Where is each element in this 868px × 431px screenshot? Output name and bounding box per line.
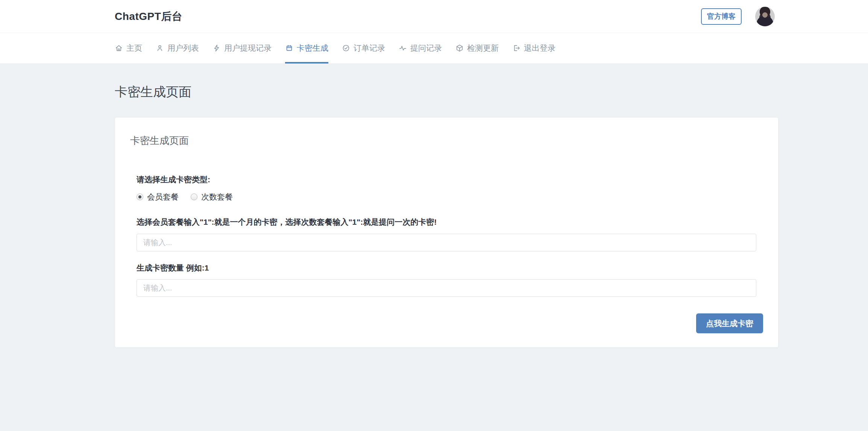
pulse-icon	[399, 44, 407, 52]
lightning-icon	[212, 44, 221, 52]
nav-item-label: 主页	[126, 43, 142, 53]
nav-item-user-list[interactable]: 用户列表	[156, 33, 199, 64]
page-content: 卡密生成页面 卡密生成页面 请选择生成卡密类型: 会员套餐 次数套餐 选择会员套…	[0, 64, 868, 348]
home-icon	[115, 44, 123, 52]
nav-item-label: 检测更新	[467, 43, 499, 53]
user-icon	[156, 44, 164, 52]
nav-item-home[interactable]: 主页	[115, 33, 142, 64]
card-type-label: 请选择生成卡密类型:	[137, 174, 756, 185]
card-generate-panel: 卡密生成页面 请选择生成卡密类型: 会员套餐 次数套餐 选择会员套餐输入"1":…	[115, 117, 778, 348]
nav-item-label: 退出登录	[524, 43, 555, 53]
radio-option-count-package[interactable]: 次数套餐	[191, 192, 233, 202]
radio-option-member-package[interactable]: 会员套餐	[137, 192, 179, 202]
nav-item-label: 用户列表	[167, 43, 199, 53]
nav-item-label: 卡密生成	[297, 43, 328, 53]
logout-icon	[512, 44, 520, 52]
calendar-icon	[285, 44, 293, 52]
radio-member-dot[interactable]	[137, 194, 143, 200]
app-title: ChatGPT后台	[115, 9, 701, 24]
avatar[interactable]	[755, 7, 775, 26]
card-heading: 卡密生成页面	[130, 134, 756, 147]
check-circle-icon	[342, 44, 350, 52]
radio-count-dot[interactable]	[191, 194, 197, 200]
card-count-input[interactable]	[137, 279, 756, 297]
page-title: 卡密生成页面	[115, 83, 868, 101]
nav-item-label: 用户提现记录	[224, 43, 272, 53]
main-nav: 主页 用户列表 用户提现记录 卡密生成 订单记录 提问记录 检测更新 退出登录	[0, 33, 868, 64]
nav-item-question-records[interactable]: 提问记录	[399, 33, 442, 64]
nav-item-check-update[interactable]: 检测更新	[455, 33, 499, 64]
app-header: ChatGPT后台 官方博客	[0, 0, 868, 33]
nav-item-withdraw-records[interactable]: 用户提现记录	[212, 33, 272, 64]
nav-item-label: 订单记录	[354, 43, 385, 53]
nav-item-card-generate[interactable]: 卡密生成	[285, 33, 328, 64]
card-count-label: 生成卡密数量 例如:1	[137, 263, 756, 273]
generate-card-button[interactable]: 点我生成卡密	[696, 313, 763, 333]
nav-item-label: 提问记录	[410, 43, 442, 53]
package-icon	[455, 44, 464, 52]
official-blog-button[interactable]: 官方博客	[701, 8, 742, 25]
card-generate-form: 请选择生成卡密类型: 会员套餐 次数套餐 选择会员套餐输入"1":就是一个月的卡…	[137, 174, 756, 333]
card-type-radio-group: 会员套餐 次数套餐	[137, 192, 756, 202]
radio-member-label: 会员套餐	[147, 192, 179, 202]
card-value-input[interactable]	[137, 234, 756, 251]
nav-item-order-records[interactable]: 订单记录	[342, 33, 385, 64]
nav-item-logout[interactable]: 退出登录	[512, 33, 555, 64]
radio-count-label: 次数套餐	[201, 192, 233, 202]
card-value-label: 选择会员套餐输入"1":就是一个月的卡密，选择次数套餐输入"1":就是提问一次的…	[137, 217, 756, 227]
submit-row: 点我生成卡密	[137, 313, 756, 333]
